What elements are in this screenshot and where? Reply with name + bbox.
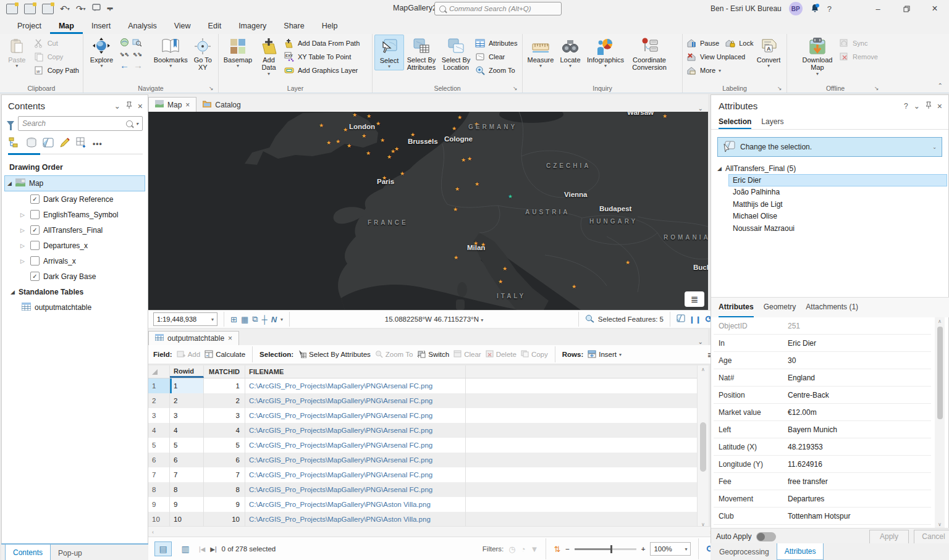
- matchid-cell[interactable]: 4: [204, 423, 245, 438]
- select-by-attributes-button[interactable]: Select By Attributes: [404, 35, 439, 72]
- rowid-cell[interactable]: 4: [170, 423, 204, 438]
- form-view-button[interactable]: ▥: [177, 541, 194, 556]
- field-value[interactable]: Eric Dier: [788, 339, 931, 348]
- add-field-button[interactable]: Add: [177, 350, 200, 359]
- close-map-view-icon[interactable]: ×: [185, 101, 190, 109]
- table-row[interactable]: 9 9 9 C:\ArcGIS_Pro_Projects\MapGallery\…: [148, 497, 697, 512]
- north-arrow-icon[interactable]: N: [271, 315, 277, 324]
- xy-table-to-point-button[interactable]: EXYXY Table To Point: [284, 51, 360, 62]
- matchid-cell[interactable]: 8: [204, 482, 245, 497]
- zoom-to-selection-button[interactable]: Zoom To: [475, 65, 517, 76]
- layer-expander-icon[interactable]: ▷: [20, 227, 27, 233]
- detail-tab-attachments[interactable]: Attachments (1): [806, 303, 858, 317]
- layer-visibility-checkbox[interactable]: [30, 241, 40, 250]
- dock-tab-contents[interactable]: Contents: [5, 545, 51, 560]
- open-table-icon[interactable]: ▦: [241, 315, 248, 324]
- attribute-field-row[interactable]: Market value €12.00m: [714, 404, 931, 421]
- table-row[interactable]: 6 6 6 C:\ArcGIS_Pro_Projects\MapGallery\…: [148, 453, 697, 467]
- signed-in-user[interactable]: Ben - Esri UK Bureau: [711, 4, 782, 13]
- table-row[interactable]: 3 3 3 C:\ArcGIS_Pro_Projects\MapGallery\…: [148, 408, 697, 423]
- close-table-icon[interactable]: ×: [228, 334, 232, 343]
- north-arrow-chevron-icon[interactable]: ▾: [280, 317, 283, 322]
- table-tab-outputmatchtable[interactable]: outputmatchtable ×: [148, 331, 239, 345]
- notifications-history-icon[interactable]: [92, 4, 101, 14]
- table-row[interactable]: 8 8 8 C:\ArcGIS_Pro_Projects\MapGallery\…: [148, 482, 697, 497]
- field-value[interactable]: Centre-Back: [788, 391, 931, 399]
- filename-cell[interactable]: C:\ArcGIS_Pro_Projects\MapGallery\PNG\Ar…: [245, 438, 466, 453]
- auto-apply-toggle[interactable]: [756, 532, 776, 541]
- infographics-button[interactable]: Infographics▾: [584, 35, 627, 69]
- row-number-cell[interactable]: 9: [148, 497, 170, 512]
- convert-labels-button[interactable]: A Convert▾: [753, 35, 785, 69]
- layer-visibility-checkbox[interactable]: [30, 194, 40, 204]
- remove-download-button[interactable]: Remove: [839, 51, 878, 62]
- row-number-cell[interactable]: 8: [148, 482, 170, 497]
- field-value[interactable]: England: [788, 374, 931, 382]
- field-value[interactable]: 11.624916: [788, 460, 931, 469]
- field-value[interactable]: 48.219353: [788, 443, 931, 451]
- list-by-snapping-icon[interactable]: [76, 137, 87, 150]
- field-value[interactable]: Tottenham Hotspur: [788, 512, 931, 520]
- attribute-field-row[interactable]: Club Tottenham Hotspur: [714, 508, 931, 525]
- layer-visibility-checkbox[interactable]: [30, 256, 40, 265]
- last-record-icon[interactable]: ▶|: [210, 546, 216, 553]
- matchid-cell[interactable]: 6: [204, 453, 245, 467]
- cut-button[interactable]: Cut: [34, 38, 79, 49]
- table-row[interactable]: 1 1 1 C:\ArcGIS_Pro_Projects\MapGallery\…: [148, 378, 697, 393]
- next-extent-icon[interactable]: →: [133, 60, 143, 70]
- attribute-field-row[interactable]: Longitude (Y) 11.624916: [714, 456, 931, 473]
- filename-cell[interactable]: C:\ArcGIS_Pro_Projects\MapGallery\PNG\Ar…: [245, 423, 466, 438]
- copy-button[interactable]: Copy: [34, 51, 79, 62]
- column-header-filename[interactable]: FILENAME: [245, 366, 466, 378]
- undo-button[interactable]: ↶▾: [60, 4, 70, 13]
- dock-tab-popup[interactable]: Pop-up: [51, 545, 90, 560]
- filename-cell[interactable]: C:\ArcGIS_Pro_Projects\MapGallery\PNG\As…: [245, 512, 466, 526]
- change-selection-dropdown[interactable]: Change the selection. ⌄: [717, 137, 942, 157]
- feature-list-item[interactable]: Matthijs de Ligt: [728, 198, 947, 211]
- feature-list-item[interactable]: Eric Dier: [728, 174, 947, 186]
- previous-extent-icon[interactable]: ←: [120, 60, 129, 70]
- map-canvas[interactable]: ★★★★★★★★★★★★★★★★★★★★★★★★★★★★★★★★★★★ Lond…: [148, 112, 708, 310]
- table-row[interactable]: 2 2 2 C:\ArcGIS_Pro_Projects\MapGallery\…: [148, 393, 697, 408]
- table-zoom-slider[interactable]: [575, 548, 636, 550]
- calculate-field-button[interactable]: =Calculate: [205, 350, 245, 359]
- filter-funnel-icon[interactable]: [7, 121, 14, 126]
- save-project-icon[interactable]: [42, 4, 54, 14]
- labeling-more-button[interactable]: More▾: [686, 65, 751, 76]
- view-unplaced-button[interactable]: View Unplaced: [686, 51, 751, 62]
- filename-cell[interactable]: C:\ArcGIS_Pro_Projects\MapGallery\PNG\Ar…: [245, 467, 466, 482]
- attributes-help-icon[interactable]: ?: [904, 102, 908, 111]
- lock-labeling-button[interactable]: Lock: [725, 38, 753, 49]
- delete-rows-button[interactable]: Delete: [486, 350, 517, 359]
- attribute-field-row[interactable]: F12 <Null>: [714, 525, 931, 527]
- attribute-field-row[interactable]: Fee free transfer: [714, 473, 931, 490]
- layer-visibility-checkbox[interactable]: [30, 225, 40, 235]
- detail-tab-attributes[interactable]: Attributes: [719, 303, 754, 317]
- tab-insert[interactable]: Insert: [83, 19, 119, 34]
- tree-item-layer[interactable]: ▷ EnglishTeams_Symbol: [2, 207, 148, 222]
- attributes-menu-chevron-icon[interactable]: ⌄: [914, 102, 920, 111]
- row-number-cell[interactable]: 7: [148, 467, 170, 482]
- map-coordinates[interactable]: 15.0882258°W 46.7115273°N ▾: [296, 316, 572, 323]
- table-view-button[interactable]: ▤: [154, 541, 172, 556]
- field-value[interactable]: free transfer: [788, 477, 931, 486]
- tab-imagery[interactable]: Imagery: [230, 19, 275, 34]
- attributes-close-icon[interactable]: ×: [937, 101, 942, 111]
- paste-button[interactable]: Paste▾: [2, 35, 32, 69]
- command-search-input[interactable]: Command Search (Alt+Q): [434, 2, 562, 15]
- matchid-cell[interactable]: 5: [204, 438, 245, 453]
- zoom-in-table-icon[interactable]: +: [641, 545, 646, 553]
- contents-search-chevron-icon[interactable]: ▾: [136, 121, 138, 127]
- rowid-cell[interactable]: 1: [170, 378, 204, 393]
- map-scale-select[interactable]: 1:19,448,938 ▾: [153, 312, 217, 326]
- table-horizontal-scrollbar[interactable]: ‹›: [148, 526, 715, 537]
- contents-search-input[interactable]: Search ▾: [18, 116, 143, 131]
- feature-group-row[interactable]: ◢ AllTransfers_Final (5): [717, 164, 948, 173]
- row-number-cell[interactable]: 10: [148, 512, 170, 526]
- filename-cell[interactable]: C:\ArcGIS_Pro_Projects\MapGallery\PNG\Ar…: [245, 393, 466, 408]
- measure-button[interactable]: Measure▾: [525, 35, 557, 69]
- row-number-cell[interactable]: 5: [148, 438, 170, 453]
- filename-cell[interactable]: C:\ArcGIS_Pro_Projects\MapGallery\PNG\Ar…: [245, 378, 466, 393]
- list-by-editing-icon[interactable]: [59, 137, 70, 150]
- detail-tab-geometry[interactable]: Geometry: [764, 303, 796, 317]
